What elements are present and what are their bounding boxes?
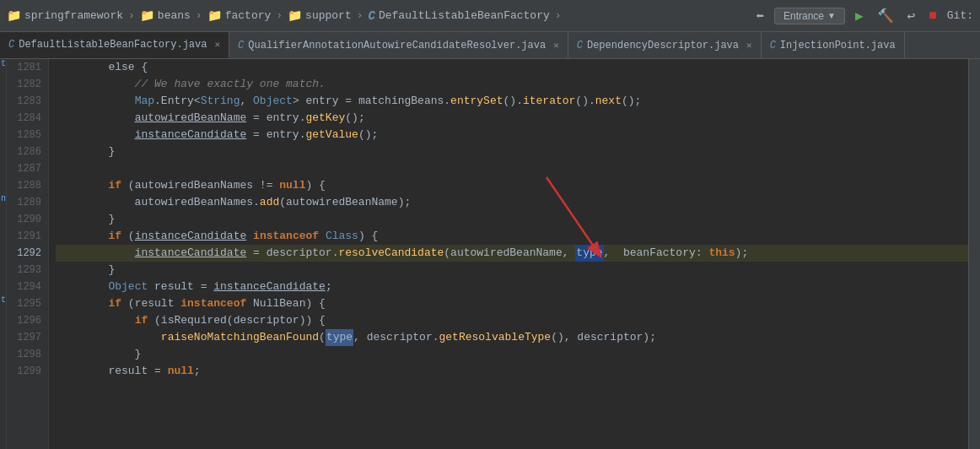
code-line-1299: result = null;: [56, 363, 968, 380]
ln-1297: 1297: [7, 329, 41, 346]
ln-1283: 1283: [7, 93, 41, 110]
left-marker-3: t: [0, 295, 7, 305]
tabs-bar: C DefaultListableBeanFactory.java ✕ C Qu…: [0, 32, 980, 59]
build-icon[interactable]: 🔨: [874, 6, 897, 26]
tab-close-3[interactable]: ✕: [746, 40, 752, 51]
code-line-1284: autowiredBeanName = entry.getKey();: [56, 110, 968, 127]
tab-label-1: DefaultListableBeanFactory.java: [19, 39, 207, 51]
breadcrumb-support[interactable]: 📁 support: [288, 8, 352, 23]
git-label: Git:: [947, 9, 973, 22]
type-highlight-1297: type: [326, 329, 353, 346]
tab-close-2[interactable]: ✕: [553, 40, 559, 51]
breadcrumb-factory[interactable]: 📁 factory: [207, 8, 272, 23]
toolbar-right: ⬅ Entrance ▼ ▶ 🔨 ↩ ■ Git:: [752, 6, 973, 26]
code-line-1283: Map.Entry<String, Object> entry = matchi…: [56, 93, 968, 110]
ln-1282: 1282: [7, 76, 41, 93]
code-line-1285: instanceCandidate = entry.getValue();: [56, 127, 968, 143]
code-line-1287: [56, 160, 968, 177]
left-marker-2: t: [0, 59, 7, 68]
entrance-label: Entrance: [783, 10, 824, 22]
ln-1294: 1294: [7, 279, 41, 295]
left-gutter: n t t: [0, 59, 7, 449]
code-line-1296: if (isRequired(descriptor)) {: [56, 312, 968, 329]
tab-defaultlistable[interactable]: C DefaultListableBeanFactory.java ✕: [0, 32, 229, 59]
ln-1291: 1291: [7, 228, 41, 245]
ln-1288: 1288: [7, 177, 41, 194]
type-highlight-1292: type: [575, 245, 603, 262]
sep3: ›: [276, 9, 283, 22]
code-line-1292: instanceCandidate = descriptor.resolveCa…: [56, 245, 968, 262]
entrance-dropdown-icon: ▼: [827, 11, 836, 20]
tab-qualifier[interactable]: C QualifierAnnotationAutowireCandidateRe…: [229, 32, 568, 59]
tab-label-2: QualifierAnnotationAutowireCandidateReso…: [248, 40, 546, 51]
code-line-1281: else {: [56, 59, 968, 76]
tab-label-3: DependencyDescriptor.java: [587, 40, 739, 51]
ln-1298: 1298: [7, 346, 41, 363]
ln-1296: 1296: [7, 312, 41, 329]
code-line-1288: if (autowiredBeanNames != null) {: [56, 177, 968, 194]
code-line-1295: if (result instanceof NullBean) {: [56, 295, 968, 312]
code-line-1294: Object result = instanceCandidate;: [56, 279, 968, 295]
code-line-1297: raiseNoMatchingBeanFound(type, descripto…: [56, 329, 968, 346]
ln-1292: 1292: [7, 245, 41, 262]
ln-1285: 1285: [7, 127, 41, 143]
left-marker-1: n: [0, 194, 7, 203]
entrance-button[interactable]: Entrance ▼: [774, 8, 845, 24]
ln-1287: 1287: [7, 160, 41, 177]
ln-1293: 1293: [7, 262, 41, 279]
ln-1286: 1286: [7, 143, 41, 160]
ln-1281: 1281: [7, 59, 41, 76]
stop-icon[interactable]: ■: [925, 7, 940, 25]
code-content[interactable]: else { // We have exactly one match. Map…: [49, 59, 968, 449]
run-icon[interactable]: ▶: [852, 6, 867, 26]
ln-1289: 1289: [7, 194, 41, 211]
ln-1295: 1295: [7, 295, 41, 312]
sep5: ›: [555, 9, 562, 22]
tab-close-1[interactable]: ✕: [214, 39, 220, 50]
reload-icon[interactable]: ↩: [904, 6, 919, 26]
tab-icon-2: C: [238, 40, 244, 51]
line-numbers: 1281 1282 1283 1284 1285 1286 1287 1288 …: [7, 59, 49, 449]
code-line-1282: // We have exactly one match.: [56, 76, 968, 93]
breadcrumb-folder-icon-1: 📁 springframework: [7, 8, 123, 23]
code-area: n t t 1281 1282 1283 1284 1285 1286 1287…: [0, 59, 980, 449]
sep2: ›: [196, 9, 202, 22]
ln-1284: 1284: [7, 110, 41, 127]
tab-icon-4: C: [770, 40, 776, 51]
breadcrumb-beans[interactable]: 📁 beans: [140, 8, 191, 23]
tab-injection[interactable]: C InjectionPoint.java: [762, 32, 905, 59]
sep4: ›: [357, 9, 363, 22]
back-icon[interactable]: ⬅: [752, 6, 767, 26]
code-line-1293: }: [56, 262, 968, 279]
tab-icon-1: C: [8, 39, 14, 51]
breadcrumb-class[interactable]: C DefaultListableBeanFactory: [369, 9, 550, 23]
code-line-1290: }: [56, 211, 968, 228]
ln-1299: 1299: [7, 363, 41, 380]
tab-label-4: InjectionPoint.java: [780, 40, 896, 51]
right-scrollbar[interactable]: [968, 59, 980, 449]
ln-1290: 1290: [7, 211, 41, 228]
code-line-1291: if (instanceCandidate instanceof Class) …: [56, 228, 968, 245]
tab-icon-3: C: [577, 40, 583, 51]
tab-dependency[interactable]: C DependencyDescriptor.java ✕: [568, 32, 762, 59]
breadcrumb-bar: 📁 springframework › 📁 beans › 📁 factory …: [0, 0, 980, 32]
code-line-1298: }: [56, 346, 968, 363]
code-line-1286: }: [56, 143, 968, 160]
code-line-1289: autowiredBeanNames.add(autowiredBeanName…: [56, 194, 968, 211]
sep1: ›: [128, 9, 135, 22]
